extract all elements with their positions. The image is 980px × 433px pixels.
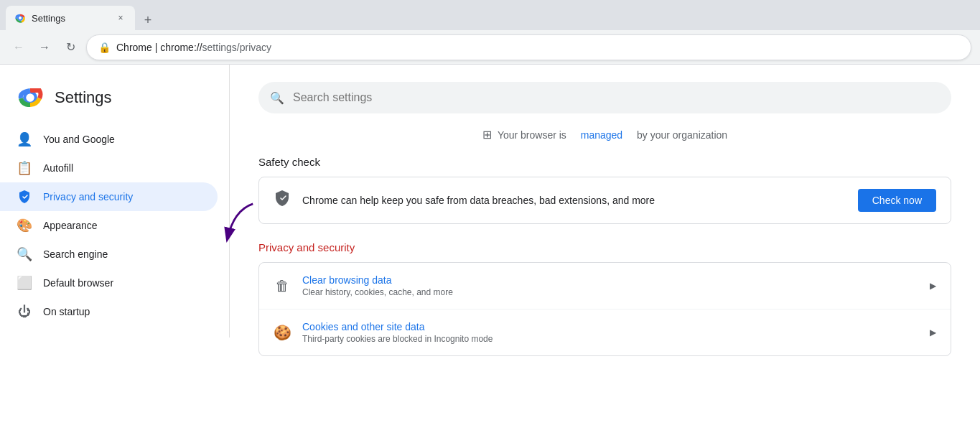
sidebar-wrapper: Settings 👤 You and Google 📋 Autofill	[0, 65, 230, 433]
privacy-section: 🗑 Clear browsing data Clear history, coo…	[258, 262, 951, 356]
cookies-item[interactable]: 🍪 Cookies and other site data Third-part…	[259, 309, 951, 355]
trash-icon: 🗑	[274, 278, 291, 294]
svg-point-5	[27, 94, 34, 102]
clear-browsing-data-subtitle: Clear history, cookies, cache, and more	[302, 287, 918, 297]
tab-favicon	[14, 12, 26, 24]
settings-page-title: Settings	[55, 88, 112, 107]
sidebar-label-default-browser: Default browser	[43, 277, 113, 289]
chevron-right-icon: ▶	[930, 281, 936, 291]
sidebar-label-search-engine: Search engine	[43, 248, 108, 260]
safety-shield-icon	[274, 190, 291, 211]
safety-check-description: Chrome can help keep you safe from data …	[302, 195, 846, 206]
sidebar-label-privacy-and-security: Privacy and security	[43, 191, 133, 202]
autofill-icon: 📋	[17, 161, 32, 175]
search-input[interactable]	[293, 91, 940, 104]
tab-title: Settings	[32, 13, 109, 24]
check-now-button[interactable]: Check now	[858, 189, 936, 212]
cookies-content: Cookies and other site data Third-party …	[302, 321, 918, 344]
tab-close-button[interactable]: ×	[115, 12, 126, 24]
browser-window: Settings × + ← → ↻ 🔒 Chrome | chrome://s…	[0, 0, 980, 433]
sidebar-item-default-browser[interactable]: ⬜ Default browser	[0, 269, 218, 297]
clear-browsing-data-title: Clear browsing data	[302, 274, 918, 286]
clear-browsing-data-content: Clear browsing data Clear history, cooki…	[302, 274, 918, 297]
sidebar-header: Settings	[0, 76, 229, 125]
back-button[interactable]: ←	[9, 37, 29, 57]
managed-link[interactable]: managed	[581, 129, 622, 141]
main-content: 🔍 ⊞ Your browser is managed by your orga…	[230, 65, 980, 433]
managed-text-before: Your browser is	[498, 129, 566, 141]
address-text: Chrome | chrome://settings/privacy	[116, 42, 271, 53]
new-tab-button[interactable]: +	[138, 10, 158, 30]
shield-icon	[17, 190, 32, 204]
address-bar[interactable]: 🔒 Chrome | chrome://settings/privacy	[86, 34, 971, 60]
address-bar-row: ← → ↻ 🔒 Chrome | chrome://settings/priva…	[0, 30, 980, 65]
chevron-right-icon-2: ▶	[930, 327, 936, 337]
forward-button[interactable]: →	[34, 37, 55, 57]
appearance-icon: 🎨	[17, 218, 32, 233]
search-engine-icon: 🔍	[17, 247, 32, 261]
sidebar-label-you-and-google: You and Google	[43, 134, 115, 145]
privacy-section-title: Privacy and security	[258, 241, 951, 253]
forward-icon: →	[39, 41, 50, 54]
sidebar-item-privacy-and-security[interactable]: Privacy and security	[0, 182, 218, 211]
managed-banner: ⊞ Your browser is managed by your organi…	[258, 128, 951, 141]
reload-button[interactable]: ↻	[60, 37, 80, 57]
security-icon: 🔒	[98, 42, 111, 53]
cookies-subtitle: Third-party cookies are blocked in Incog…	[302, 334, 918, 344]
browser-icon: ⬜	[17, 276, 32, 290]
back-icon: ←	[13, 41, 24, 54]
tab-bar: Settings × +	[0, 0, 980, 30]
address-path: settings/privacy	[202, 42, 271, 53]
search-icon: 🔍	[270, 91, 284, 105]
safety-check-title: Safety check	[258, 156, 951, 168]
startup-icon: ⏻	[17, 304, 32, 319]
reload-icon: ↻	[66, 40, 75, 54]
managed-text-after: by your organization	[637, 129, 727, 141]
cookies-title: Cookies and other site data	[302, 321, 918, 332]
sidebar-item-you-and-google[interactable]: 👤 You and Google	[0, 125, 218, 154]
managed-icon: ⊞	[482, 128, 492, 141]
sidebar-label-appearance: Appearance	[43, 220, 98, 231]
sidebar-item-autofill[interactable]: 📋 Autofill	[0, 154, 218, 182]
address-domain: Chrome | chrome://	[116, 42, 202, 53]
settings-page: Settings 👤 You and Google 📋 Autofill	[0, 65, 980, 433]
sidebar-item-appearance[interactable]: 🎨 Appearance	[0, 211, 218, 240]
clear-browsing-data-item[interactable]: 🗑 Clear browsing data Clear history, coo…	[259, 263, 951, 309]
sidebar-item-on-startup[interactable]: ⏻ On startup	[0, 297, 218, 326]
sidebar-item-search-engine[interactable]: 🔍 Search engine	[0, 240, 218, 269]
sidebar-label-on-startup: On startup	[43, 306, 90, 317]
sidebar: Settings 👤 You and Google 📋 Autofill	[0, 65, 230, 337]
settings-tab[interactable]: Settings ×	[6, 6, 135, 30]
chrome-logo	[17, 85, 43, 111]
svg-point-1	[19, 17, 22, 19]
person-icon: 👤	[17, 132, 32, 146]
cookie-icon: 🍪	[274, 324, 291, 341]
safety-check-card: Chrome can help keep you safe from data …	[258, 177, 951, 224]
search-bar[interactable]: 🔍	[258, 82, 951, 113]
sidebar-label-autofill: Autofill	[43, 162, 73, 174]
